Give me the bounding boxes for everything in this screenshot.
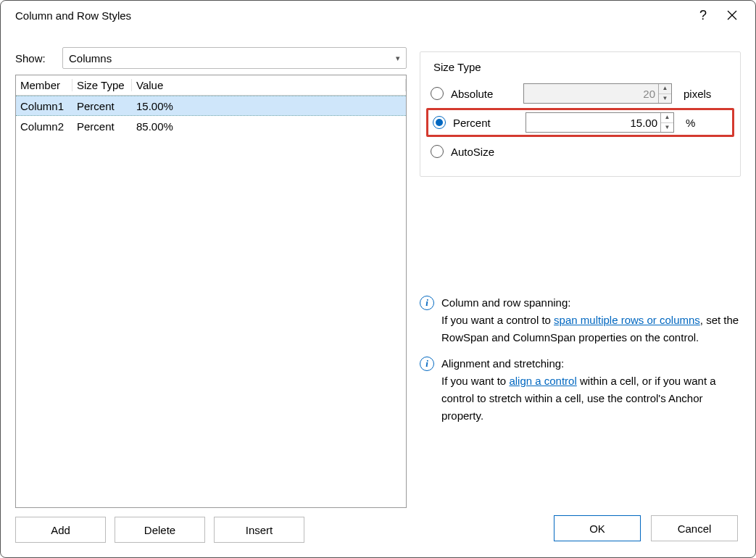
header-sizetype[interactable]: Size Type — [72, 79, 132, 91]
absolute-spinner[interactable]: ▲▼ — [658, 84, 671, 103]
spin-down-icon[interactable]: ▼ — [659, 94, 671, 104]
percent-value: 15.00 — [526, 117, 660, 129]
grid-row[interactable]: Column2 Percent 85.00% — [16, 116, 406, 136]
members-grid[interactable]: Member Size Type Value Column1 Percent 1… — [15, 75, 407, 508]
cell-member: Column1 — [16, 100, 72, 112]
info-spanning: i Column and row spanning: If you want a… — [420, 294, 741, 346]
header-value[interactable]: Value — [132, 79, 406, 91]
spin-up-icon[interactable]: ▲ — [661, 113, 673, 123]
info-icon: i — [420, 357, 434, 371]
titlebar: Column and Row Styles ? — [1, 1, 755, 30]
info-spanning-text: Column and row spanning: If you want a c… — [441, 294, 741, 346]
align-link[interactable]: align a control — [509, 375, 576, 387]
absolute-value: 20 — [524, 88, 658, 100]
ok-button[interactable]: OK — [554, 515, 641, 541]
sizetype-legend: Size Type — [431, 61, 484, 73]
radio-autosize[interactable] — [431, 145, 444, 158]
show-label: Show: — [15, 52, 55, 64]
radio-autosize-label: AutoSize — [451, 146, 516, 158]
info-span-heading: Column and row spanning: — [441, 296, 570, 309]
help-button[interactable]: ? — [689, 4, 718, 27]
grid-buttons: Add Delete Insert — [15, 517, 407, 543]
show-row: Show: Columns ▾ — [15, 47, 407, 69]
info-alignment: i Alignment and stretching: If you want … — [420, 355, 741, 425]
radio-absolute[interactable] — [431, 87, 444, 100]
percent-unit: % — [681, 117, 716, 129]
absolute-unit: pixels — [679, 88, 714, 100]
spin-up-icon[interactable]: ▲ — [659, 84, 671, 94]
cell-sizetype: Percent — [72, 100, 132, 112]
left-column: Show: Columns ▾ Member Size Type Value C… — [15, 37, 407, 543]
grid-row[interactable]: Column1 Percent 15.00% — [16, 96, 406, 116]
radio-percent-label: Percent — [453, 117, 518, 129]
absolute-input[interactable]: 20 ▲▼ — [523, 83, 672, 104]
chevron-down-icon: ▾ — [396, 54, 400, 63]
radio-absolute-label: Absolute — [451, 88, 516, 100]
close-button[interactable] — [718, 4, 747, 27]
grid-header: Member Size Type Value — [16, 75, 406, 96]
info-align-heading: Alignment and stretching: — [441, 357, 564, 370]
info-span-pre: If you want a control to — [441, 314, 554, 326]
dialog-window: Column and Row Styles ? Show: Columns ▾ … — [0, 0, 756, 558]
info-align-text: Alignment and stretching: If you want to… — [441, 355, 741, 425]
sizetype-group: Size Type Absolute 20 ▲▼ pixels Percent … — [420, 51, 741, 177]
dialog-content: Show: Columns ▾ Member Size Type Value C… — [1, 30, 755, 557]
add-button[interactable]: Add — [15, 517, 106, 543]
cell-value: 85.00% — [132, 120, 406, 133]
header-member[interactable]: Member — [16, 79, 72, 91]
percent-input[interactable]: 15.00 ▲▼ — [526, 112, 674, 133]
delete-button[interactable]: Delete — [115, 517, 205, 543]
info-icon: i — [420, 296, 434, 310]
spin-down-icon[interactable]: ▼ — [661, 123, 673, 133]
show-dropdown[interactable]: Columns ▾ — [62, 47, 407, 69]
cell-value: 15.00% — [132, 100, 406, 112]
window-title: Column and Row Styles — [9, 9, 689, 22]
span-link[interactable]: span multiple rows or columns — [554, 314, 700, 326]
radio-row-autosize: AutoSize — [431, 137, 730, 166]
percent-spinner[interactable]: ▲▼ — [660, 113, 673, 132]
close-icon — [727, 10, 737, 20]
dialog-buttons: OK Cancel — [554, 515, 738, 541]
radio-row-percent: Percent 15.00 ▲▼ % — [426, 108, 734, 137]
radio-row-absolute: Absolute 20 ▲▼ pixels — [431, 79, 730, 108]
radio-percent[interactable] — [433, 116, 446, 129]
show-dropdown-value: Columns — [69, 52, 112, 64]
right-column: Size Type Absolute 20 ▲▼ pixels Percent … — [420, 37, 741, 543]
cancel-button[interactable]: Cancel — [651, 515, 738, 541]
cell-sizetype: Percent — [72, 120, 132, 133]
insert-button[interactable]: Insert — [214, 517, 304, 543]
info-section: i Column and row spanning: If you want a… — [420, 286, 741, 425]
info-align-pre: If you want to — [441, 375, 509, 387]
cell-member: Column2 — [16, 120, 72, 133]
